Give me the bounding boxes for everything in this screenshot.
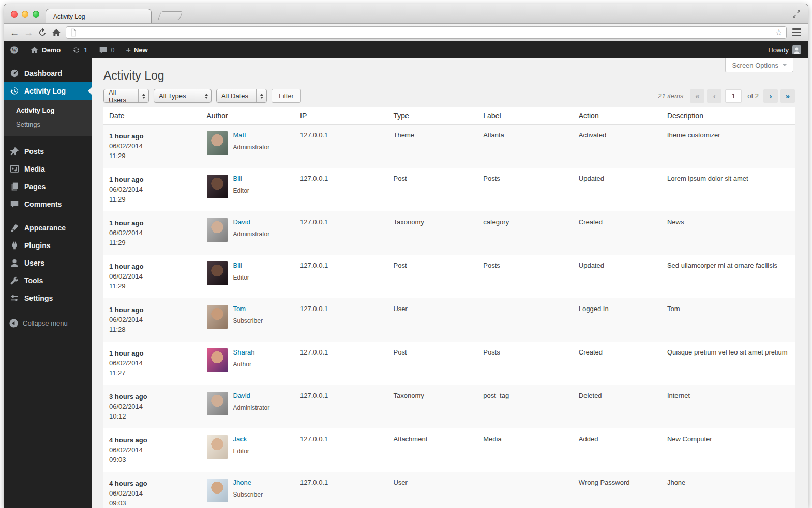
author-name-link[interactable]: Sharah bbox=[233, 348, 255, 356]
author-avatar bbox=[207, 305, 228, 329]
sidebar-item-settings[interactable]: Settings bbox=[4, 289, 92, 307]
cell-ip: 127.0.0.1 bbox=[294, 385, 387, 428]
sidebar-item-users[interactable]: Users bbox=[4, 254, 92, 272]
page-title: Activity Log bbox=[103, 58, 795, 89]
home-button[interactable] bbox=[52, 28, 61, 37]
total-pages-label: of 2 bbox=[747, 92, 759, 100]
new-content-menu[interactable]: + New bbox=[121, 41, 154, 58]
browser-tab[interactable]: Activity Log bbox=[46, 9, 152, 23]
back-button[interactable]: ← bbox=[10, 28, 19, 37]
address-bar[interactable]: ☆ bbox=[66, 26, 787, 39]
cell-label bbox=[477, 472, 573, 508]
prev-page-button[interactable]: ‹ bbox=[707, 89, 721, 103]
cell-label: Posts bbox=[477, 255, 573, 298]
cell-author: SharahAuthor bbox=[201, 342, 294, 385]
cell-ip: 127.0.0.1 bbox=[294, 472, 387, 508]
sidebar-item-dashboard[interactable]: Dashboard bbox=[4, 65, 92, 82]
account-menu[interactable]: Howdy bbox=[761, 45, 808, 54]
close-window-button[interactable] bbox=[11, 11, 18, 18]
author-name-link[interactable]: Matt bbox=[233, 131, 270, 139]
author-name-link[interactable]: David bbox=[233, 392, 270, 399]
types-filter-select[interactable]: All Types bbox=[154, 89, 212, 103]
column-header-description[interactable]: Description bbox=[661, 107, 795, 125]
time-ago: 1 hour ago bbox=[109, 131, 196, 141]
cell-description: theme customizer bbox=[661, 125, 795, 168]
wp-admin-bar: W Demo 1 0 + New Howdy bbox=[4, 41, 808, 58]
column-header-action[interactable]: Action bbox=[573, 107, 661, 125]
cell-author: BillEditor bbox=[201, 255, 294, 298]
last-page-button[interactable]: » bbox=[780, 89, 795, 103]
sidebar-item-activity-log[interactable]: Activity Log bbox=[4, 82, 92, 100]
author-name-link[interactable]: Bill bbox=[233, 175, 249, 182]
filter-button[interactable]: Filter bbox=[272, 89, 301, 103]
sidebar-item-label: Comments bbox=[24, 200, 62, 208]
sidebar-item-appearance[interactable]: Appearance bbox=[4, 219, 92, 237]
reload-button[interactable] bbox=[38, 28, 47, 37]
sidebar-item-comments[interactable]: Comments bbox=[4, 195, 92, 213]
wp-logo-menu[interactable]: W bbox=[4, 41, 24, 58]
sidebar-item-plugins[interactable]: Plugins bbox=[4, 237, 92, 254]
submenu-item-activity-log[interactable]: Activity Log bbox=[4, 103, 92, 117]
forward-button[interactable]: → bbox=[24, 28, 33, 37]
author-avatar bbox=[207, 131, 228, 155]
cell-author: JhoneSubscriber bbox=[201, 472, 294, 508]
author-name-link[interactable]: Bill bbox=[233, 261, 249, 269]
cell-ip: 127.0.0.1 bbox=[294, 125, 387, 168]
time-ago: 4 hours ago bbox=[109, 479, 196, 488]
cell-description: New Computer bbox=[661, 428, 795, 472]
cell-action: Logged In bbox=[573, 298, 661, 342]
sidebar-item-tools[interactable]: Tools bbox=[4, 272, 92, 289]
updates-menu[interactable]: 1 bbox=[66, 41, 93, 58]
dates-filter-select[interactable]: All Dates bbox=[216, 89, 267, 103]
menu-separator bbox=[4, 136, 92, 143]
table-header-row: Date Author IP Type Label Action Descrip… bbox=[103, 107, 795, 125]
site-name-menu[interactable]: Demo bbox=[24, 41, 66, 58]
sidebar-item-label: Dashboard bbox=[24, 69, 62, 78]
column-header-label[interactable]: Label bbox=[477, 107, 573, 125]
submenu-item-settings[interactable]: Settings bbox=[4, 117, 92, 131]
collapse-menu-button[interactable]: Collapse menu bbox=[4, 314, 92, 332]
cell-description: Lorem ipsum dolor sit amet bbox=[661, 168, 795, 211]
next-page-button[interactable]: › bbox=[763, 89, 778, 103]
column-header-date[interactable]: Date bbox=[103, 107, 201, 125]
minimize-window-button[interactable] bbox=[22, 11, 28, 18]
plus-icon: + bbox=[126, 46, 131, 54]
admin-menu: DashboardActivity LogActivity LogSetting… bbox=[4, 65, 92, 307]
screen-options-button[interactable]: Screen Options bbox=[725, 58, 793, 72]
author-name-link[interactable]: Jhone bbox=[233, 479, 263, 486]
new-tab-button[interactable] bbox=[158, 11, 183, 20]
author-avatar bbox=[207, 218, 228, 242]
column-header-ip[interactable]: IP bbox=[294, 107, 387, 125]
sidebar-item-media[interactable]: Media bbox=[4, 160, 92, 178]
cell-action: Added bbox=[573, 428, 661, 472]
cell-type: Attachment bbox=[387, 428, 477, 472]
fullscreen-icon[interactable] bbox=[791, 9, 802, 19]
sidebar-item-label: Pages bbox=[24, 182, 46, 191]
comments-menu[interactable]: 0 bbox=[93, 41, 120, 58]
sliders-icon bbox=[9, 293, 20, 304]
current-page-input[interactable] bbox=[725, 89, 742, 103]
url-input[interactable] bbox=[80, 29, 772, 36]
author-name-link[interactable]: Tom bbox=[233, 305, 263, 313]
users-filter-select[interactable]: All Users bbox=[103, 89, 149, 103]
author-name-link[interactable]: David bbox=[233, 218, 270, 226]
time-value: 11:29 bbox=[109, 151, 196, 161]
date-value: 06/02/2014 bbox=[109, 402, 196, 411]
table-body: 1 hour ago06/02/201411:29MattAdministrat… bbox=[103, 125, 795, 508]
author-avatar bbox=[207, 175, 228, 198]
column-header-type[interactable]: Type bbox=[387, 107, 477, 125]
column-header-author[interactable]: Author bbox=[201, 107, 294, 125]
select-arrows-icon bbox=[138, 89, 148, 102]
author-name-link[interactable]: Jack bbox=[233, 435, 249, 443]
cell-ip: 127.0.0.1 bbox=[294, 211, 387, 255]
cell-ip: 127.0.0.1 bbox=[294, 168, 387, 211]
date-value: 06/02/2014 bbox=[109, 271, 196, 281]
bookmark-star-icon[interactable]: ☆ bbox=[775, 28, 783, 37]
first-page-button[interactable]: « bbox=[690, 89, 704, 103]
cell-type: User bbox=[387, 472, 477, 508]
wrench-icon bbox=[9, 275, 20, 286]
sidebar-item-pages[interactable]: Pages bbox=[4, 178, 92, 195]
browser-menu-icon[interactable] bbox=[791, 27, 802, 37]
sidebar-item-posts[interactable]: Posts bbox=[4, 143, 92, 160]
zoom-window-button[interactable] bbox=[33, 11, 39, 18]
